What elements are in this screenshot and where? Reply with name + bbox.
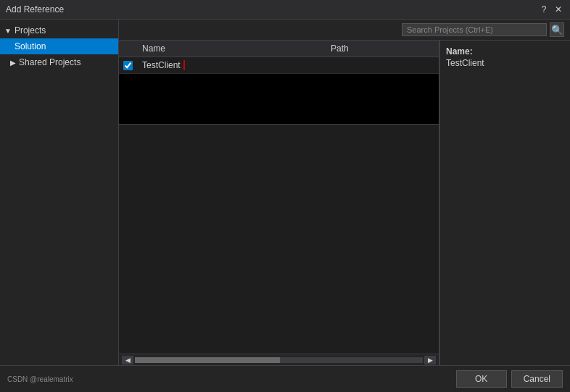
row-checkbox[interactable] <box>123 61 133 70</box>
sidebar-item-solution[interactable]: Solution <box>0 38 118 54</box>
col-path-header: Path <box>325 43 439 54</box>
row-name-value: TestClient <box>142 60 185 70</box>
search-input[interactable] <box>402 23 547 36</box>
cancel-button[interactable]: Cancel <box>511 370 563 388</box>
scroll-right-button[interactable]: ▶ <box>424 356 436 364</box>
search-bar: 🔍 <box>119 20 570 41</box>
sidebar-solution-label: Solution <box>15 41 46 51</box>
row-path-cell <box>325 64 439 67</box>
chevron-right-icon: ▶ <box>10 59 16 67</box>
close-button[interactable]: ✕ <box>553 4 564 15</box>
info-name-value: TestClient <box>446 58 564 68</box>
status-text: CSDN @realematrix <box>7 375 452 383</box>
row-checkbox-cell[interactable] <box>119 61 136 70</box>
dialog-body: ▼ Projects Solution ▶ Shared Projects 🔍 <box>0 20 570 392</box>
table-header: Name Path <box>119 41 439 57</box>
scroll-left-button[interactable]: ◀ <box>122 356 133 364</box>
bottom-bar: CSDN @realematrix OK Cancel <box>0 365 570 392</box>
horizontal-scrollbar[interactable]: ◀ ▶ <box>119 354 439 365</box>
sidebar-projects-label: Projects <box>15 25 46 36</box>
row-name-cell: TestClient <box>136 59 325 72</box>
col-name-header: Name <box>136 43 325 54</box>
search-button[interactable]: 🔍 <box>550 22 564 37</box>
table-row[interactable]: TestClient <box>119 57 439 74</box>
sidebar-projects-header[interactable]: ▼ Projects <box>0 22 118 38</box>
table-area: Name Path TestClient <box>119 41 439 365</box>
ok-button[interactable]: OK <box>456 370 507 388</box>
info-panel: Name: TestClient <box>439 41 570 365</box>
info-name-label: Name: <box>446 46 564 57</box>
dialog-title: Add Reference <box>6 4 64 14</box>
title-bar: Add Reference ? ✕ <box>0 0 570 20</box>
table-body[interactable]: TestClient <box>119 57 439 354</box>
search-icon: 🔍 <box>551 25 563 36</box>
top-area: ▼ Projects Solution ▶ Shared Projects 🔍 <box>0 20 570 365</box>
sidebar-item-shared-projects[interactable]: ▶ Shared Projects <box>0 54 118 70</box>
sidebar-shared-projects-label: Shared Projects <box>19 57 80 67</box>
help-button[interactable]: ? <box>538 4 550 15</box>
scrollbar-track[interactable] <box>135 357 423 363</box>
scrollbar-thumb[interactable] <box>135 357 280 363</box>
col-check-header <box>119 43 136 54</box>
chevron-down-icon: ▼ <box>4 27 12 35</box>
sidebar: ▼ Projects Solution ▶ Shared Projects <box>0 20 119 365</box>
main-content: 🔍 Name Path <box>119 20 570 365</box>
empty-area <box>119 74 439 125</box>
window-controls: ? ✕ <box>538 4 564 15</box>
content-area: Name Path TestClient <box>119 41 570 365</box>
